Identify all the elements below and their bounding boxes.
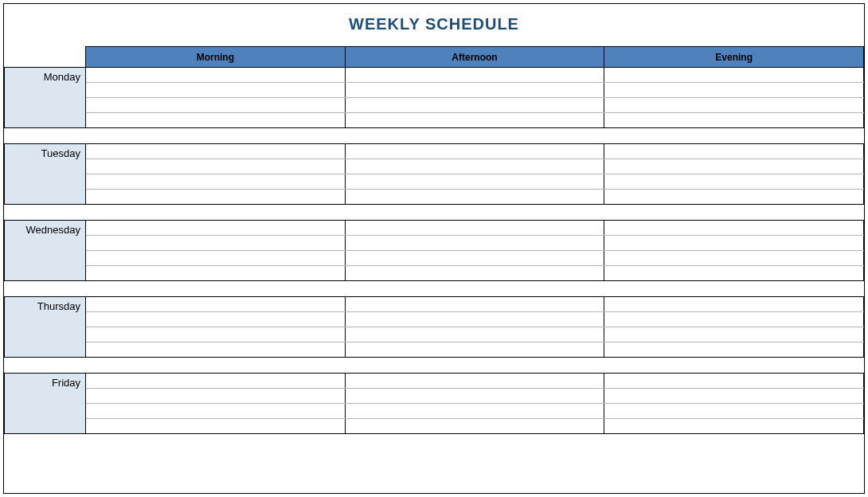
schedule-cell[interactable]: [345, 159, 604, 174]
schedule-cell[interactable]: [345, 404, 604, 419]
schedule-cell[interactable]: [86, 159, 346, 174]
schedule-cell[interactable]: [345, 113, 604, 128]
schedule-cell[interactable]: [604, 404, 864, 419]
day-label-tuesday: Tuesday: [5, 144, 86, 205]
schedule-cell[interactable]: [345, 297, 604, 312]
table-row: [5, 389, 864, 404]
schedule-cell[interactable]: [86, 190, 346, 205]
schedule-cell[interactable]: [345, 83, 604, 98]
table-row: [5, 327, 864, 342]
table-row: Friday: [5, 374, 864, 389]
schedule-cell[interactable]: [345, 327, 604, 342]
table-row: [5, 342, 864, 358]
schedule-cell[interactable]: [86, 374, 346, 389]
schedule-cell[interactable]: [86, 144, 346, 159]
table-row: Wednesday: [5, 221, 864, 236]
schedule-cell[interactable]: [86, 342, 346, 358]
column-header-afternoon: Afternoon: [345, 47, 604, 68]
schedule-cell[interactable]: [86, 312, 346, 327]
schedule-cell[interactable]: [345, 190, 604, 205]
schedule-cell[interactable]: [345, 374, 604, 389]
schedule-cell[interactable]: [345, 144, 604, 159]
schedule-cell[interactable]: [604, 113, 864, 128]
schedule-cell[interactable]: [86, 174, 346, 190]
schedule-cell[interactable]: [604, 236, 864, 251]
schedule-cell[interactable]: [604, 374, 864, 389]
schedule-cell[interactable]: [604, 98, 864, 113]
schedule-cell[interactable]: [86, 404, 346, 419]
schedule-cell[interactable]: [604, 221, 864, 236]
header-row: Morning Afternoon Evening: [5, 47, 864, 68]
table-row: [5, 113, 864, 128]
schedule-cell[interactable]: [604, 251, 864, 266]
schedule-cell[interactable]: [604, 389, 864, 404]
table-row: [5, 312, 864, 327]
schedule-cell[interactable]: [604, 144, 864, 159]
schedule-cell[interactable]: [604, 174, 864, 190]
table-row: Monday: [5, 68, 864, 83]
table-row: [5, 236, 864, 251]
schedule-cell[interactable]: [86, 251, 346, 266]
schedule-cell[interactable]: [345, 236, 604, 251]
gap-row: [5, 358, 864, 374]
schedule-cell[interactable]: [604, 68, 864, 83]
table-row: [5, 98, 864, 113]
schedule-cell[interactable]: [345, 221, 604, 236]
table-row: [5, 404, 864, 419]
schedule-cell[interactable]: [86, 221, 346, 236]
gap-row: [5, 205, 864, 221]
schedule-table: Morning Afternoon Evening Monday: [4, 46, 864, 434]
table-row: [5, 159, 864, 174]
schedule-cell[interactable]: [604, 190, 864, 205]
table-row: Thursday: [5, 297, 864, 312]
schedule-cell[interactable]: [86, 419, 346, 434]
table-row: Tuesday: [5, 144, 864, 159]
day-label-thursday: Thursday: [5, 297, 86, 358]
table-row: [5, 419, 864, 434]
schedule-cell[interactable]: [86, 389, 346, 404]
page-title: WEEKLY SCHEDULE: [4, 4, 864, 46]
column-header-morning: Morning: [86, 47, 346, 68]
header-spacer: [5, 47, 86, 68]
table-row: [5, 83, 864, 98]
schedule-cell[interactable]: [86, 98, 346, 113]
table-row: [5, 174, 864, 190]
schedule-cell[interactable]: [86, 68, 346, 83]
schedule-cell[interactable]: [604, 297, 864, 312]
gap-row: [5, 281, 864, 297]
schedule-cell[interactable]: [604, 266, 864, 281]
schedule-cell[interactable]: [86, 113, 346, 128]
table-row: [5, 190, 864, 205]
schedule-cell[interactable]: [604, 419, 864, 434]
schedule-cell[interactable]: [604, 342, 864, 358]
schedule-cell[interactable]: [345, 174, 604, 190]
day-label-wednesday: Wednesday: [5, 221, 86, 281]
schedule-cell[interactable]: [345, 98, 604, 113]
table-row: [5, 251, 864, 266]
schedule-cell[interactable]: [345, 251, 604, 266]
schedule-cell[interactable]: [86, 297, 346, 312]
day-label-friday: Friday: [5, 374, 86, 434]
schedule-cell[interactable]: [86, 236, 346, 251]
schedule-container: WEEKLY SCHEDULE Morning Afternoon Evenin…: [3, 3, 865, 494]
column-header-evening: Evening: [604, 47, 864, 68]
schedule-cell[interactable]: [345, 389, 604, 404]
table-row: [5, 266, 864, 281]
schedule-cell[interactable]: [604, 83, 864, 98]
schedule-cell[interactable]: [604, 312, 864, 327]
schedule-cell[interactable]: [345, 312, 604, 327]
schedule-cell[interactable]: [345, 342, 604, 358]
gap-row: [5, 128, 864, 144]
schedule-cell[interactable]: [345, 68, 604, 83]
schedule-cell[interactable]: [604, 327, 864, 342]
schedule-cell[interactable]: [345, 266, 604, 281]
schedule-cell[interactable]: [86, 83, 346, 98]
schedule-cell[interactable]: [86, 266, 346, 281]
schedule-cell[interactable]: [86, 327, 346, 342]
schedule-cell[interactable]: [345, 419, 604, 434]
day-label-monday: Monday: [5, 68, 86, 128]
schedule-cell[interactable]: [604, 159, 864, 174]
